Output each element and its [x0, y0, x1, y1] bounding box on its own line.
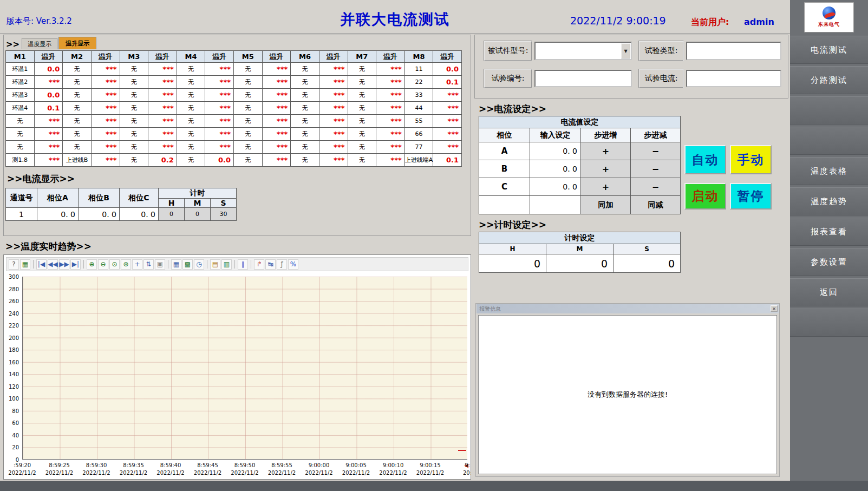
x-axis-tick-label: 8:59:352022/11/2 [120, 462, 147, 476]
manual-button[interactable]: 手动 [730, 145, 772, 174]
temp-rise-value: *** [148, 141, 177, 154]
device-model-combo[interactable]: ▼ [534, 42, 632, 60]
temp-rise-value: *** [148, 76, 177, 89]
pause-button[interactable]: 暂停 [730, 183, 772, 210]
pan-icon[interactable]: + [132, 259, 142, 270]
tab-temp-rise-display[interactable]: 温升显示 [58, 37, 96, 49]
current-display-table: 通道号 相位A 相位B 相位C 计时 H M S 1 0. 0 0. 0 0. … [5, 188, 237, 221]
zoom-out-icon[interactable]: ⊖ [98, 259, 108, 270]
temp-rise-value: 0.1 [433, 154, 462, 167]
start-button[interactable]: 启动 [684, 183, 726, 210]
zoom-window-icon[interactable]: ⊙ [109, 259, 120, 270]
bulk-plus-button[interactable]: 同加 [581, 196, 631, 214]
phase-a-label: A [479, 142, 530, 160]
channel-name: 无 [120, 115, 148, 128]
phase-a-minus-button[interactable]: − [631, 142, 681, 160]
phase-c-plus-button[interactable]: + [581, 178, 631, 196]
phase-a-plus-button[interactable]: + [581, 142, 631, 160]
channel-name: 无 [348, 141, 376, 154]
x-axis-tick-label: 8:59:252022/11/2 [45, 462, 73, 476]
zoom-undo-icon[interactable]: ⊛ [121, 259, 131, 270]
temp-rise-value: *** [433, 102, 462, 115]
grid-color-icon[interactable]: ▩ [182, 259, 193, 270]
temp-rise-value: *** [319, 63, 348, 76]
sidebar-item-0[interactable]: 电流测试 [790, 36, 868, 64]
first-page-icon[interactable]: |◀ [36, 259, 47, 270]
y-scale-icon[interactable]: ⇅ [143, 259, 154, 270]
last-page-icon[interactable]: ▶| [70, 259, 81, 270]
auto-button[interactable]: 自动 [684, 145, 726, 174]
bulk-minus-button[interactable]: 同减 [631, 196, 681, 214]
phase-b-set-input[interactable]: 0. 0 [530, 160, 581, 178]
current-user-value: admin [744, 17, 774, 27]
temp-table-col-header: 温升 [262, 51, 291, 63]
sidebar-item-3[interactable] [790, 127, 868, 155]
x-axis-tick-label: 9:00:102022/11/2 [379, 462, 407, 476]
trend-plot[interactable] [22, 277, 467, 460]
alarm-window: 报警信息 × 没有到数据服务器的连接! [475, 303, 780, 477]
channel-name: 无 [63, 76, 92, 89]
tabs-prefix: >> [6, 40, 19, 49]
sidebar-item-7[interactable]: 参数设置 [790, 248, 868, 276]
pause-refresh-icon[interactable]: ∥ [238, 259, 248, 270]
curve-style-icon[interactable]: ▥ [221, 259, 232, 270]
x-axis-tick-label: 9:00:052022/11/2 [342, 462, 370, 476]
close-icon[interactable]: × [771, 305, 778, 312]
channel-name: 测1.8 [6, 154, 35, 167]
phase-a-set-input[interactable]: 0. 0 [530, 142, 581, 160]
timer-s-input[interactable]: 0 [614, 254, 681, 273]
fast-back-icon[interactable]: ◀◀ [48, 259, 58, 270]
sidebar-item-4[interactable]: 温度表格 [790, 157, 868, 185]
sidebar-item-1[interactable]: 分路测试 [790, 66, 868, 94]
phase-c-minus-button[interactable]: − [631, 178, 681, 196]
phase-c-set-input[interactable]: 0. 0 [530, 178, 581, 196]
temp-table-col-header: M2 [63, 51, 92, 63]
channel-header: 通道号 [6, 188, 37, 208]
sidebar-item-2[interactable] [790, 96, 868, 125]
sidebar-item-8[interactable]: 返回 [790, 278, 868, 306]
alarm-title: 报警信息 [479, 305, 501, 313]
curve-list-icon[interactable]: ▤ [210, 259, 220, 270]
fast-forward-icon[interactable]: ▶▶ [59, 259, 69, 270]
test-number-input[interactable] [534, 70, 632, 87]
copy-icon[interactable]: ▣ [155, 259, 165, 270]
channel-name: 环温2 [6, 76, 35, 89]
grid-toggle-icon[interactable]: ▦ [171, 259, 181, 270]
fx-icon[interactable]: ƒ [277, 259, 287, 270]
timer-m-input[interactable]: 0 [546, 254, 614, 273]
chevron-down-icon[interactable]: ▼ [621, 43, 630, 58]
channel-name: 无 [6, 141, 35, 154]
temp-rise-value: *** [91, 76, 120, 89]
percent-icon[interactable]: % [288, 259, 298, 270]
input-set-col-header: 输入设定 [530, 128, 581, 142]
tab-temperature-display[interactable]: 温度显示 [22, 38, 57, 49]
sidebar-item-6[interactable]: 报表查看 [790, 218, 868, 246]
test-info-panel: 被试件型号: ▼ 试验类型: 试验编号: 试验电流: [474, 35, 788, 99]
data-cursor-icon[interactable]: ↱ [254, 259, 264, 270]
timer-h-input[interactable]: 0 [479, 254, 546, 273]
channel-name: 无 [291, 102, 319, 115]
range-select-icon[interactable]: ↹ [265, 259, 276, 270]
temp-rise-value: *** [262, 63, 291, 76]
report-export-icon[interactable]: ▦ [20, 259, 30, 270]
channel-name: 上进线端A [404, 154, 433, 167]
channel-name: 无 [348, 128, 376, 141]
phase-b-plus-button[interactable]: + [581, 160, 631, 178]
temp-rise-value: 0.0 [34, 63, 63, 76]
temp-rise-value: 0.1 [34, 102, 63, 115]
alarm-title-bar[interactable]: 报警信息 [477, 304, 779, 313]
channel-name: 44 [404, 102, 433, 115]
channel-name: 无 [348, 154, 376, 167]
sidebar-item-9[interactable] [790, 309, 868, 337]
minute-header: M [185, 199, 211, 208]
zoom-in-icon[interactable]: ⊕ [87, 259, 97, 270]
timer-seconds: 30 [211, 208, 237, 221]
test-current-input[interactable] [686, 70, 781, 87]
time-axis-icon[interactable]: ◷ [194, 259, 204, 270]
sidebar-item-5[interactable]: 温度趋势 [790, 187, 868, 215]
temp-rise-value: *** [376, 141, 405, 154]
x-axis-tick-label: 9:20: [463, 462, 471, 476]
phase-b-minus-button[interactable]: − [631, 160, 681, 178]
help-icon[interactable]: ? [9, 259, 19, 270]
test-type-input[interactable] [686, 42, 781, 60]
